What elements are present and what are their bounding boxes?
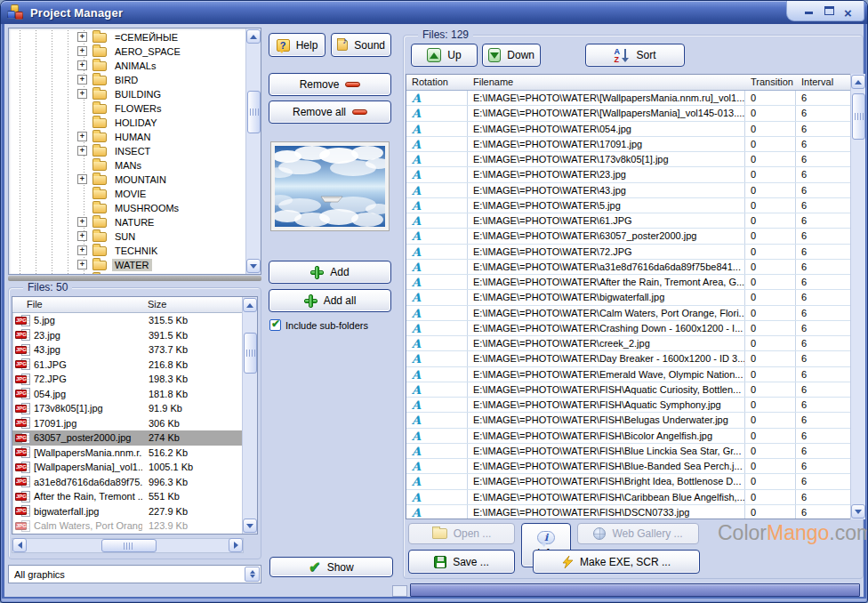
sound-button[interactable]: Sound <box>331 33 391 57</box>
progress-trackbar[interactable] <box>410 583 860 597</box>
file-column-header[interactable]: File <box>12 297 142 312</box>
playlist-row[interactable]: AE:\IMAGE\=PHOTO\WATER\FISH\Belugas Unde… <box>406 413 850 428</box>
close-button[interactable]: × <box>844 5 856 16</box>
playlist-row[interactable]: AE:\IMAGE\=PHOTO\WATER\5.jpg06 <box>406 198 850 213</box>
playlist-row[interactable]: AE:\IMAGE\=PHOTO\WATER\FISH\Blue-Banded … <box>406 459 850 474</box>
add-button[interactable]: Add <box>269 261 391 284</box>
file-hscroll-left-icon[interactable] <box>12 538 27 552</box>
trackbar-cell[interactable] <box>392 585 407 597</box>
playlist-scroll-up-icon[interactable] <box>851 75 865 89</box>
playlist-row[interactable]: AE:\IMAGE\=PHOTO\WATER\FISH\Bright Idea,… <box>406 474 850 489</box>
expand-plus-icon[interactable]: + <box>77 174 87 184</box>
playlist-row[interactable]: AE:\IMAGE\=PHOTO\WATER\Emerald Wave, Oly… <box>406 367 850 382</box>
file-list-row[interactable]: JPG5.jpg315.5 Kb <box>12 313 243 328</box>
expand-plus-icon[interactable]: + <box>77 75 87 84</box>
expand-plus-icon[interactable]: + <box>77 132 87 141</box>
playlist-row[interactable]: AE:\IMAGE\=PHOTO\WATER\FISH\Caribbean Bl… <box>406 490 850 505</box>
tree-item[interactable] <box>9 272 245 274</box>
file-list-row[interactable]: JPG173v8k05[1].jpg91.9 Kb <box>12 401 243 416</box>
expand-plus-icon[interactable]: + <box>77 231 87 241</box>
tree-scroll-up-icon[interactable] <box>246 29 261 44</box>
show-button[interactable]: ✔ Show <box>269 557 393 577</box>
add-all-button[interactable]: Add all <box>269 289 391 312</box>
filename-column-header[interactable]: Filename <box>468 75 745 90</box>
include-subfolders-checkbox[interactable]: ✔ Include sub-folders <box>269 319 368 331</box>
move-up-button[interactable]: Up <box>411 44 478 67</box>
help-button[interactable]: ? Help <box>269 33 326 57</box>
playlist-row[interactable]: AE:\IMAGE\=PHOTO\WATER\a31e8d7616da6da89… <box>406 260 850 275</box>
tree-item[interactable]: +=СЕМЕЙНЫЕ <box>9 30 245 44</box>
file-list-row[interactable]: JPG23.jpg391.5 Kb <box>12 328 243 343</box>
tree-item[interactable]: MUSHROOMs <box>9 201 245 215</box>
rotation-column-header[interactable]: Rotation <box>406 75 468 90</box>
playlist-row[interactable]: AE:\IMAGE\=PHOTO\WATER\[WallpapersMania]… <box>406 106 850 121</box>
expand-plus-icon[interactable]: + <box>77 245 87 255</box>
file-list-row[interactable]: JPGCalm Waters, Port Orang...123.9 Kb <box>12 519 243 534</box>
file-list-row[interactable]: JPG[WallpapersMania.nnm.r...516.2 Kb <box>12 446 243 461</box>
playlist-row[interactable]: AE:\IMAGE\=PHOTO\WATER\FISH\DSCN0733.jpg… <box>406 505 850 519</box>
playlist-row[interactable]: AE:\IMAGE\=PHOTO\WATER\63057_poster2000.… <box>406 229 850 244</box>
tree-item[interactable]: +BIRD <box>9 73 245 87</box>
file-list-row[interactable]: JPG43.jpg373.7 Kb <box>12 342 243 358</box>
expand-plus-icon[interactable]: + <box>77 260 87 269</box>
interval-column-header[interactable]: Interval <box>796 75 849 90</box>
file-list-row[interactable]: JPGa31e8d7616da6da89f75...996.3 Kb <box>12 475 243 490</box>
tree-item[interactable]: +TECHNIK <box>9 244 245 258</box>
tree-vertical-scrollbar[interactable] <box>245 28 261 274</box>
maximize-button[interactable] <box>824 5 836 16</box>
playlist-row[interactable]: AE:\IMAGE\=PHOTO\WATER\61.JPG06 <box>406 213 850 229</box>
file-hscroll-right-icon[interactable] <box>229 538 243 552</box>
expand-plus-icon[interactable]: + <box>77 32 87 42</box>
playlist-row[interactable]: AE:\IMAGE\=PHOTO\WATER\FISH\Aquatic Curi… <box>406 382 850 398</box>
file-scroll-up-icon[interactable] <box>243 298 257 312</box>
tree-item[interactable]: +HUMAN <box>9 130 245 144</box>
transition-column-header[interactable]: Transition <box>745 75 796 90</box>
graphics-filter-combo[interactable]: All graphics <box>8 565 261 583</box>
playlist-row[interactable]: AE:\IMAGE\=PHOTO\WATER\FISH\Blue Linckia… <box>406 444 850 459</box>
file-list-row[interactable]: JPG72.JPG198.3 Kb <box>12 372 243 387</box>
file-list-row[interactable]: JPG61.JPG216.8 Kb <box>12 358 243 373</box>
playlist-row[interactable]: AE:\IMAGE\=PHOTO\WATER\43.jpg06 <box>406 183 850 198</box>
expand-plus-icon[interactable]: + <box>77 89 87 99</box>
playlist-row[interactable]: AE:\IMAGE\=PHOTO\WATER\creek_2.jpg06 <box>406 336 850 351</box>
playlist-row[interactable]: AE:\IMAGE\=PHOTO\WATER\Calm Waters, Port… <box>406 306 850 321</box>
tree-item[interactable]: +ANIMALs <box>9 59 245 73</box>
file-list-row[interactable]: JPGbigwaterfall.jpg227.9 Kb <box>12 504 243 519</box>
playlist-row[interactable]: AE:\IMAGE\=PHOTO\WATER\054.jpg06 <box>406 122 850 137</box>
file-list-row[interactable]: JPG054.jpg181.8 Kb <box>12 387 243 402</box>
tree-item[interactable]: MOVIE <box>9 187 245 201</box>
expand-plus-icon[interactable]: + <box>77 217 87 227</box>
combo-spinner-icon[interactable] <box>245 567 260 582</box>
minimize-button[interactable] <box>803 5 816 16</box>
remove-button[interactable]: Remove <box>269 73 391 96</box>
tree-item[interactable]: +NATURE <box>9 215 245 229</box>
playlist-row[interactable]: AE:\IMAGE\=PHOTO\WATER\[WallpapersMania.… <box>406 91 850 106</box>
file-list-row[interactable]: JPGAfter the Rain, Tremont ...551 Kb <box>12 489 243 504</box>
open-button[interactable]: Open ... <box>408 523 515 544</box>
checkbox-box[interactable]: ✔ <box>269 319 281 331</box>
playlist-vertical-scrollbar[interactable] <box>850 74 865 519</box>
playlist-row[interactable]: AE:\IMAGE\=PHOTO\WATER\173v8k05[1].jpg06 <box>406 152 850 167</box>
tree-scroll-down-icon[interactable] <box>246 259 261 273</box>
tree-item[interactable]: +INSECT <box>9 144 245 158</box>
sort-button[interactable]: AZ Sort <box>585 44 685 67</box>
file-list-vertical-scrollbar[interactable] <box>242 297 257 534</box>
size-column-header[interactable]: Size <box>142 297 222 312</box>
file-list-horizontal-scrollbar[interactable] <box>12 538 244 553</box>
tree-item[interactable]: HOLIDAY <box>9 116 245 130</box>
tree-item[interactable]: +MOUNTAIN <box>9 173 245 187</box>
tree-item[interactable]: +BUILDING <box>9 87 245 101</box>
tree-item[interactable]: MANs <box>9 158 245 173</box>
save-button[interactable]: Save ... <box>408 550 515 574</box>
tree-item[interactable]: FLOWERs <box>9 101 245 116</box>
move-down-button[interactable]: Down <box>482 44 541 67</box>
tree-item[interactable]: +AERO_SPACE <box>9 44 245 59</box>
expand-plus-icon[interactable]: + <box>77 60 87 70</box>
remove-all-button[interactable]: Remove all <box>269 100 391 124</box>
tree-scroll-thumb[interactable] <box>247 91 261 133</box>
web-gallery-button[interactable]: Web Gallery ... <box>577 523 699 544</box>
playlist-scroll-thumb[interactable] <box>852 93 865 140</box>
playlist-row[interactable]: AE:\IMAGE\=PHOTO\WATER\FISH\Aquatic Symp… <box>406 398 850 413</box>
playlist-row[interactable]: AE:\IMAGE\=PHOTO\WATER\23.jpg06 <box>406 167 850 182</box>
make-exe-scr-button[interactable]: Make EXE, SCR ... <box>533 550 700 574</box>
